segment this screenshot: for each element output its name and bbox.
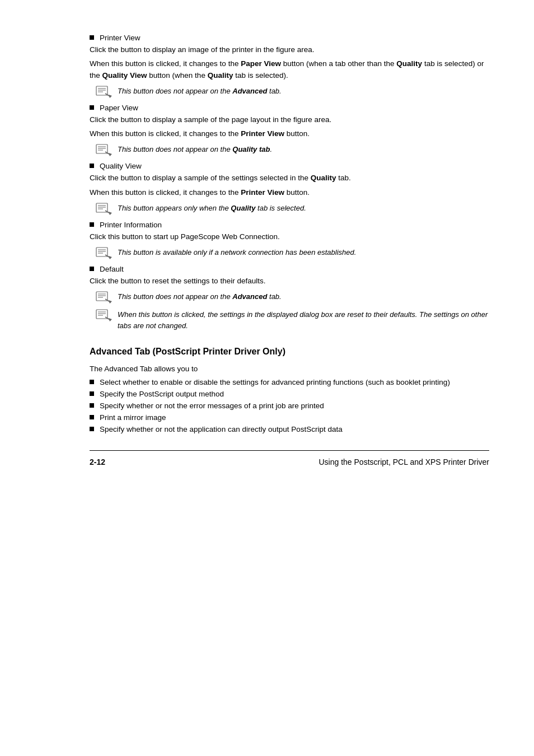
paper-view-label: Paper View bbox=[100, 104, 138, 112]
printer-information-para1: Click this button to start up PageScope … bbox=[90, 231, 489, 242]
bullet-square-icon bbox=[90, 222, 94, 227]
advanced-bullets-list: Select whether to enable or disable the … bbox=[90, 378, 489, 433]
bullet-square-icon bbox=[90, 35, 94, 40]
paper-view-note1: This button does not appear on the Quali… bbox=[95, 144, 489, 157]
bullet-default: Default bbox=[90, 265, 489, 273]
bullet-square-icon bbox=[90, 415, 94, 419]
note-icon bbox=[95, 247, 113, 260]
advanced-bullet-4-text: Print a mirror image bbox=[100, 413, 166, 422]
printer-view-content: Click the button to display an image of … bbox=[90, 44, 489, 99]
bullet-quality-view: Quality View bbox=[90, 162, 489, 170]
advanced-tab-intro: The Advanced Tab allows you to bbox=[90, 363, 489, 375]
default-note1-text: This button does not appear on the Advan… bbox=[118, 291, 282, 302]
printer-view-label: Printer View bbox=[100, 34, 140, 42]
default-note1: This button does not appear on the Advan… bbox=[95, 291, 489, 305]
paper-view-para2: When this button is clicked, it changes … bbox=[90, 128, 489, 139]
advanced-bullet-2: Specify the PostScript output method bbox=[90, 390, 489, 398]
advanced-bullet-5: Specify whether or not the application c… bbox=[90, 425, 489, 433]
advanced-bullet-4: Print a mirror image bbox=[90, 413, 489, 422]
bullet-square-icon bbox=[90, 427, 94, 431]
bullet-square-icon bbox=[90, 267, 94, 271]
printer-view-para2: When this button is clicked, it changes … bbox=[90, 58, 489, 81]
footer-description: Using the Postscript, PCL and XPS Printe… bbox=[319, 458, 490, 466]
advanced-bullet-2-text: Specify the PostScript output method bbox=[100, 390, 224, 398]
bullet-square-icon bbox=[90, 391, 94, 396]
printer-view-note1: This button does not appear on the Advan… bbox=[95, 86, 489, 99]
default-note2-text: When this button is clicked, the setting… bbox=[118, 309, 489, 331]
advanced-tab-heading: Advanced Tab (PostScript Printer Driver … bbox=[90, 347, 489, 357]
note-icon bbox=[95, 86, 113, 99]
quality-view-para1: Click the button to display a sample of … bbox=[90, 172, 489, 184]
bullet-paper-view: Paper View bbox=[90, 104, 489, 112]
quality-view-para2: When this button is clicked, it changes … bbox=[90, 187, 489, 198]
advanced-bullet-1-text: Select whether to enable or disable the … bbox=[100, 378, 450, 386]
quality-view-label: Quality View bbox=[100, 162, 142, 170]
printer-information-note1-text: This button is available only if a netwo… bbox=[118, 247, 356, 258]
bullet-square-icon bbox=[90, 380, 94, 384]
bullet-square-icon bbox=[90, 403, 94, 408]
note-icon bbox=[95, 203, 113, 216]
default-label: Default bbox=[100, 265, 124, 273]
bullet-square-icon bbox=[90, 164, 94, 168]
printer-view-note1-text: This button does not appear on the Advan… bbox=[118, 86, 282, 97]
default-content: Click the button to reset the settings t… bbox=[90, 276, 489, 331]
paper-view-note1-text: This button does not appear on the Quali… bbox=[118, 144, 272, 155]
advanced-bullet-3: Specify whether or not the error message… bbox=[90, 402, 489, 410]
advanced-bullet-3-text: Specify whether or not the error message… bbox=[100, 402, 324, 410]
printer-view-para1: Click the button to display an image of … bbox=[90, 44, 489, 55]
note-icon bbox=[95, 144, 113, 157]
printer-information-label: Printer Information bbox=[100, 221, 162, 229]
quality-view-content: Click the button to display a sample of … bbox=[90, 172, 489, 216]
paper-view-content: Click the button to display a sample of … bbox=[90, 114, 489, 158]
advanced-bullet-1: Select whether to enable or disable the … bbox=[90, 378, 489, 386]
default-note2: When this button is clicked, the setting… bbox=[95, 309, 489, 331]
footer-divider bbox=[90, 450, 489, 451]
printer-information-content: Click this button to start up PageScope … bbox=[90, 231, 489, 260]
footer-page-number: 2-12 bbox=[90, 458, 105, 466]
footer: 2-12 Using the Postscript, PCL and XPS P… bbox=[90, 458, 489, 466]
note-icon bbox=[95, 291, 113, 305]
paper-view-para1: Click the button to display a sample of … bbox=[90, 114, 489, 125]
default-para1: Click the button to reset the settings t… bbox=[90, 276, 489, 287]
quality-view-note1-text: This button appears only when the Qualit… bbox=[118, 203, 306, 214]
bullet-printer-view: Printer View bbox=[90, 34, 489, 42]
note-icon bbox=[95, 309, 113, 323]
advanced-bullet-5-text: Specify whether or not the application c… bbox=[100, 425, 343, 433]
quality-view-note1: This button appears only when the Qualit… bbox=[95, 203, 489, 216]
bullet-printer-information: Printer Information bbox=[90, 221, 489, 229]
printer-information-note1: This button is available only if a netwo… bbox=[95, 247, 489, 260]
bullet-square-icon bbox=[90, 105, 94, 110]
